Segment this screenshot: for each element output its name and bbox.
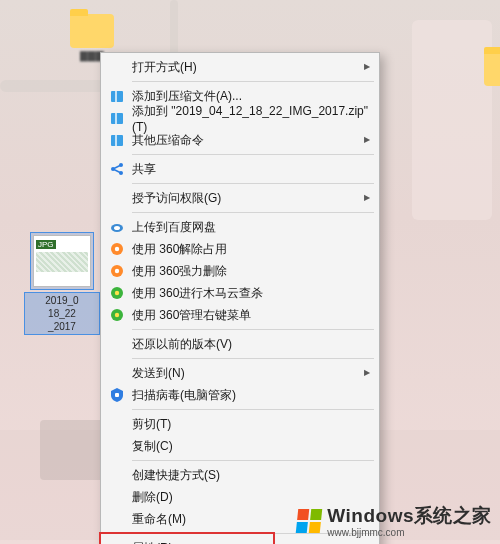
zip-icon [108, 110, 126, 126]
separator [132, 329, 374, 330]
tencent-guanjia-icon [108, 387, 126, 403]
menu-label: 扫描病毒(电脑管家) [132, 387, 368, 404]
watermark: Windows系统之家 www.bjjmmc.com [297, 503, 492, 538]
file-thumbnail: JPG [33, 235, 91, 287]
spacer-icon [108, 190, 126, 206]
svg-rect-19 [115, 393, 119, 397]
menu-restore-previous[interactable]: 还原以前的版本(V) [102, 333, 378, 355]
spacer-icon [108, 336, 126, 352]
zip-icon [108, 132, 126, 148]
menu-label: 使用 360强力删除 [132, 263, 368, 280]
folder-icon[interactable] [484, 52, 500, 86]
menu-create-shortcut[interactable]: 创建快捷方式(S) [102, 464, 378, 486]
menu-360-unlock[interactable]: 使用 360解除占用 [102, 238, 378, 260]
folder-label: ▇ [476, 88, 500, 99]
menu-label: 其他压缩命令 [132, 132, 368, 149]
menu-upload-baidu[interactable]: 上传到百度网盘 [102, 216, 378, 238]
spacer-icon [108, 438, 126, 454]
spacer-icon [108, 540, 126, 544]
menu-scan-virus[interactable]: 扫描病毒(电脑管家) [102, 384, 378, 406]
menu-label: 上传到百度网盘 [132, 219, 368, 236]
spacer-icon [108, 59, 126, 75]
svg-point-12 [115, 247, 119, 251]
menu-send-to[interactable]: 发送到(N) [102, 362, 378, 384]
folder-icon[interactable] [70, 14, 114, 48]
menu-360-context-mgr[interactable]: 使用 360管理右键菜单 [102, 304, 378, 326]
360-green-icon [108, 307, 126, 323]
file-caption-line: 18_22 [48, 308, 76, 319]
svg-rect-3 [115, 113, 117, 124]
selected-jpg-file[interactable]: JPG [30, 232, 94, 290]
menu-label: 剪切(T) [132, 416, 368, 433]
menu-share[interactable]: 共享 [102, 158, 378, 180]
spacer-icon [108, 511, 126, 527]
bg-shape [412, 20, 492, 220]
menu-properties[interactable]: 属性(R) [102, 537, 378, 544]
share-icon [108, 161, 126, 177]
360-green-icon [108, 285, 126, 301]
menu-copy[interactable]: 复制(C) [102, 435, 378, 457]
separator [132, 81, 374, 82]
svg-point-10 [114, 226, 120, 230]
menu-label: 属性(R) [132, 540, 368, 545]
file-caption-line: 2019_0 [45, 295, 78, 306]
windows-logo-icon [296, 509, 323, 533]
menu-other-compress[interactable]: 其他压缩命令 [102, 129, 378, 151]
menu-label: 使用 360解除占用 [132, 241, 368, 258]
watermark-title: Windows系统之家 [327, 503, 492, 529]
menu-label: 复制(C) [132, 438, 368, 455]
360-orange-icon [108, 241, 126, 257]
file-caption: 2019_0 18_22 _2017 [24, 292, 100, 335]
spacer-icon [108, 467, 126, 483]
menu-add-to-named-zip[interactable]: 添加到 "2019_04_12_18_22_IMG_2017.zip" (T) [102, 107, 378, 129]
separator [132, 460, 374, 461]
svg-point-16 [115, 291, 119, 295]
thumbnail-art [36, 252, 88, 272]
menu-open-with[interactable]: 打开方式(H) [102, 56, 378, 78]
menu-label: 共享 [132, 161, 368, 178]
svg-rect-1 [115, 91, 117, 102]
spacer-icon [108, 489, 126, 505]
zip-icon [108, 88, 126, 104]
menu-cut[interactable]: 剪切(T) [102, 413, 378, 435]
separator [132, 409, 374, 410]
menu-label: 使用 360进行木马云查杀 [132, 285, 368, 302]
menu-360-trojan-scan[interactable]: 使用 360进行木马云查杀 [102, 282, 378, 304]
file-caption-line: _2017 [48, 321, 76, 332]
svg-point-14 [115, 269, 119, 273]
menu-label: 授予访问权限(G) [132, 190, 368, 207]
svg-rect-5 [115, 135, 117, 146]
menu-label: 创建快捷方式(S) [132, 467, 368, 484]
svg-point-18 [115, 313, 119, 317]
360-orange-icon [108, 263, 126, 279]
separator [132, 212, 374, 213]
menu-label: 打开方式(H) [132, 59, 368, 76]
menu-label: 使用 360管理右键菜单 [132, 307, 368, 324]
separator [132, 183, 374, 184]
menu-label: 发送到(N) [132, 365, 368, 382]
menu-grant-access[interactable]: 授予访问权限(G) [102, 187, 378, 209]
separator [132, 358, 374, 359]
menu-360-force-delete[interactable]: 使用 360强力删除 [102, 260, 378, 282]
jpg-badge: JPG [36, 240, 56, 249]
spacer-icon [108, 365, 126, 381]
baidu-disk-icon [108, 219, 126, 235]
menu-label: 还原以前的版本(V) [132, 336, 368, 353]
context-menu: 打开方式(H) 添加到压缩文件(A)... 添加到 "2019_04_12_18… [100, 52, 380, 544]
separator [132, 154, 374, 155]
bg-shape [0, 80, 110, 92]
spacer-icon [108, 416, 126, 432]
